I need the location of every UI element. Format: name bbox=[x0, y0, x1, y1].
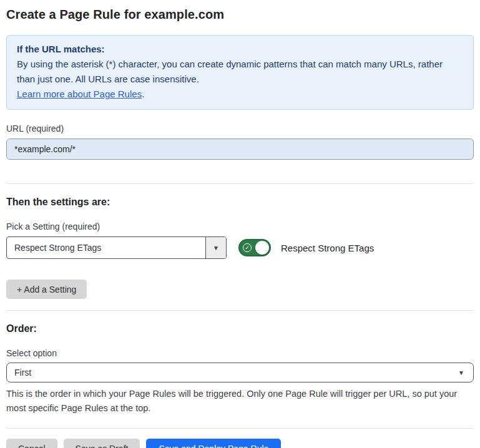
chevron-down-icon: ▼ bbox=[213, 245, 219, 251]
setting-select[interactable]: Respect Strong ETags ▼ bbox=[6, 236, 227, 259]
save-and-deploy-button[interactable]: Save and Deploy Page Rule bbox=[146, 439, 281, 448]
footer-actions: Cancel Save as Draft Save and Deploy Pag… bbox=[6, 439, 474, 448]
toggle-knob bbox=[255, 241, 269, 255]
footer-divider bbox=[6, 428, 474, 429]
settings-heading: Then the settings are: bbox=[6, 197, 474, 208]
setting-toggle[interactable]: ✓ bbox=[238, 239, 271, 256]
learn-more-link[interactable]: Learn more about Page Rules bbox=[17, 89, 142, 99]
section-divider bbox=[6, 183, 474, 184]
url-field-label: URL (required) bbox=[6, 124, 474, 134]
check-icon: ✓ bbox=[243, 243, 252, 252]
setting-toggle-label: Respect Strong ETags bbox=[281, 243, 374, 253]
url-input[interactable] bbox=[6, 139, 474, 160]
chevron-down-icon: ▼ bbox=[458, 369, 464, 376]
info-box-heading: If the URL matches: bbox=[17, 42, 463, 57]
add-setting-button[interactable]: + Add a Setting bbox=[6, 280, 87, 299]
order-heading: Order: bbox=[6, 323, 474, 334]
page-rule-form: Create a Page Rule for example.com If th… bbox=[0, 0, 480, 448]
page-title: Create a Page Rule for example.com bbox=[6, 7, 474, 22]
link-period: . bbox=[142, 89, 144, 99]
info-box-body: By using the asterisk (*) character, you… bbox=[17, 57, 463, 87]
setting-select-value: Respect Strong ETags bbox=[7, 237, 205, 258]
order-select[interactable]: First ▼ bbox=[6, 363, 474, 382]
section-divider bbox=[6, 310, 474, 311]
order-help-text: This is the order in which your Page Rul… bbox=[6, 387, 474, 416]
setting-row: Respect Strong ETags ▼ ✓ Respect Strong … bbox=[6, 236, 474, 259]
url-matches-info-box: If the URL matches: By using the asteris… bbox=[6, 35, 474, 110]
cancel-button[interactable]: Cancel bbox=[6, 439, 57, 448]
setting-toggle-wrap: ✓ Respect Strong ETags bbox=[238, 239, 374, 256]
info-box-link-line: Learn more about Page Rules. bbox=[17, 87, 463, 102]
order-select-label: Select option bbox=[6, 348, 474, 358]
save-as-draft-button[interactable]: Save as Draft bbox=[64, 439, 140, 448]
setting-select-arrow[interactable]: ▼ bbox=[205, 237, 226, 258]
order-select-value: First bbox=[14, 368, 31, 377]
pick-setting-label: Pick a Setting (required) bbox=[6, 222, 474, 231]
